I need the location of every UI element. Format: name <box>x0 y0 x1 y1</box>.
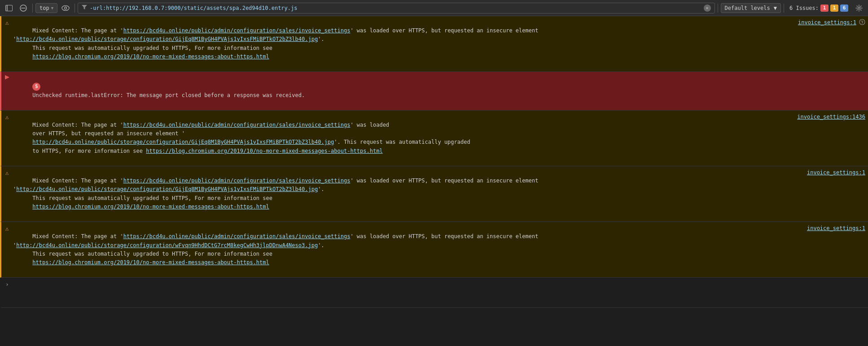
link-1c[interactable]: https://blog.chromium.org/2019/10/no-mor… <box>32 53 269 60</box>
console-prompt-row[interactable]: › <box>0 278 868 308</box>
context-selector[interactable]: top ▼ <box>35 3 57 13</box>
filter-bar[interactable]: -url:http://192.168.0.7:9000/static/asse… <box>78 3 715 13</box>
chevron-down-icon: ▼ <box>51 6 53 10</box>
console-toolbar: top ▼ -url:http://192.168.0.7:9000/stati… <box>0 0 868 16</box>
context-label: top <box>39 5 49 11</box>
svg-marker-10 <box>5 75 9 80</box>
source-4[interactable]: invoice_settings:1 <box>802 168 865 177</box>
divider-2 <box>75 4 75 13</box>
console-row-1: ⚠ Mixed Content: The page at 'https://bc… <box>0 16 868 72</box>
panel-toggle-button[interactable] <box>3 2 15 14</box>
warn-icon-1: ⚠ <box>3 18 11 28</box>
message-1-content: Mixed Content: The page at 'https://bcd4… <box>11 18 793 70</box>
settings-button[interactable] <box>853 2 865 14</box>
console-row-runtime-error: 5 Unchecked runtime.lastError: The messa… <box>0 72 868 111</box>
svg-marker-6 <box>82 5 87 9</box>
svg-point-7 <box>858 7 860 9</box>
link-3b[interactable]: http://bcd4u.online/public/storage/confi… <box>32 139 334 145</box>
levels-label: Default levels <box>725 5 770 11</box>
prompt-icon: › <box>3 279 11 289</box>
message-3-content: Mixed Content: The page at 'https://bcd4… <box>11 112 793 164</box>
source-5[interactable]: invoice_settings:1 <box>802 224 865 233</box>
filter-icon <box>82 4 87 11</box>
warn-icon-5: ⚠ <box>3 224 11 234</box>
filter-text: -url:http://192.168.0.7:9000/static/asse… <box>90 5 297 11</box>
clear-console-button[interactable] <box>17 2 30 14</box>
count-badge: 5 <box>32 83 40 91</box>
link-4a[interactable]: https://bcd4u.online/public/admin/config… <box>123 177 351 184</box>
divider-3 <box>718 4 718 13</box>
link-1b[interactable]: http://bcd4u.online/public/storage/confi… <box>16 36 318 42</box>
source-3[interactable]: invoice_settings:1436 <box>793 112 865 121</box>
link-4b[interactable]: http://bcd4u.online/public/storage/confi… <box>16 186 318 192</box>
divider-1 <box>32 4 33 13</box>
link-3a[interactable]: https://bcd4u.online/public/admin/config… <box>123 122 351 128</box>
link-4c[interactable]: https://blog.chromium.org/2019/10/no-mor… <box>32 204 269 210</box>
svg-point-9 <box>862 23 862 24</box>
warn-icon-4: ⚠ <box>3 168 11 178</box>
message-5-content: Mixed Content: The page at 'https://bcd4… <box>11 224 802 275</box>
inspect-button[interactable] <box>59 2 72 14</box>
play-icon <box>3 74 11 84</box>
filter-clear-button[interactable]: ✕ <box>704 4 711 12</box>
settings-hint-icon-1 <box>856 18 865 28</box>
link-5b[interactable]: http://bcd4u.online/public/storage/confi… <box>16 242 318 248</box>
link-1a[interactable]: https://bcd4u.online/public/admin/config… <box>123 27 351 34</box>
info-badge[interactable]: 6 <box>840 4 848 12</box>
svg-point-5 <box>65 7 67 9</box>
message-4-content: Mixed Content: The page at 'https://bcd4… <box>11 168 802 220</box>
issues-label: 6 Issues: <box>789 5 819 11</box>
console-row-3: ⚠ Mixed Content: The page at 'https://bc… <box>0 111 868 166</box>
issues-bar: 6 Issues: 1 1 6 <box>787 4 851 12</box>
source-1[interactable]: invoice_settings:1 <box>793 18 856 27</box>
levels-selector[interactable]: Default levels ▼ <box>721 3 781 13</box>
console-row-5: ⚠ Mixed Content: The page at 'https://bc… <box>0 222 868 278</box>
svg-rect-1 <box>6 5 8 11</box>
link-5a[interactable]: https://bcd4u.online/public/admin/config… <box>123 233 351 240</box>
warn-badge[interactable]: 1 <box>830 4 838 12</box>
console-body: ⚠ Mixed Content: The page at 'https://bc… <box>0 16 868 346</box>
console-row-4: ⚠ Mixed Content: The page at 'https://bc… <box>0 166 868 222</box>
link-3c[interactable]: https://blog.chromium.org/2019/10/no-mor… <box>146 148 382 154</box>
error-badge[interactable]: 1 <box>820 4 829 12</box>
prompt-input[interactable] <box>11 279 865 306</box>
divider-4 <box>784 4 784 13</box>
levels-chevron-icon: ▼ <box>774 5 777 11</box>
svg-point-4 <box>62 5 69 10</box>
link-5c[interactable]: https://blog.chromium.org/2019/10/no-mor… <box>32 259 269 266</box>
runtime-error-content: 5 Unchecked runtime.lastError: The messa… <box>11 74 865 108</box>
warn-icon-3: ⚠ <box>3 112 11 122</box>
